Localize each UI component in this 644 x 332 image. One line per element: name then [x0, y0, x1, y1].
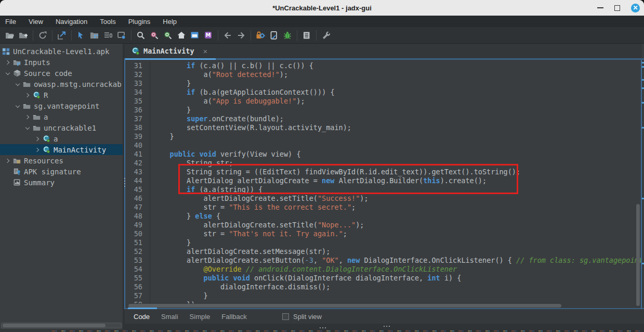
menu-help[interactable]: Help: [163, 18, 177, 25]
code-text: alertDialogCreate.setButton(-3, "OK", ne…: [150, 256, 641, 265]
split-view-toggle[interactable]: Split view: [282, 309, 322, 324]
open-file-icon[interactable]: [3, 29, 17, 42]
close-icon[interactable]: ✕: [631, 4, 640, 12]
view-tab-code[interactable]: Code: [128, 313, 155, 321]
nav-forward-icon[interactable]: [234, 29, 248, 42]
nav-back-icon[interactable]: [221, 29, 234, 42]
tab-close-icon[interactable]: ×: [203, 47, 208, 55]
code-text: a("Root detected!");: [150, 70, 288, 79]
resize-grip-icon[interactable]: [384, 326, 390, 327]
code-line-48: 48 } else {: [125, 212, 641, 221]
view-tab-smali[interactable]: Smali: [155, 313, 184, 321]
line-number: 50: [125, 229, 150, 238]
menu-navigation[interactable]: Navigation: [56, 18, 87, 25]
toolbar-separator: [297, 30, 297, 41]
line-number: 36: [125, 106, 150, 114]
resize-grip-icon[interactable]: [320, 327, 326, 328]
title-bar[interactable]: *UnCrackable-Level1 - jadx-gui ✕: [0, 0, 644, 16]
code-text: }: [150, 132, 174, 141]
tree-item-uncrackable-level1-apk[interactable]: UnCrackable-Level1.apk: [0, 46, 123, 57]
tree-item-a[interactable]: a: [0, 133, 123, 144]
menu-plugins[interactable]: Plugins: [128, 18, 151, 25]
chevron-collapsed-icon[interactable]: [23, 111, 32, 122]
deobfuscation-icon[interactable]: [254, 29, 267, 42]
editor-tab-bar: MainActivity ×: [125, 44, 644, 58]
export-icon[interactable]: [55, 29, 69, 42]
tree-item-uncrackable1[interactable]: uncrackable1: [0, 122, 123, 133]
debugger-icon[interactable]: [281, 29, 294, 42]
chevron-collapsed-icon[interactable]: [3, 57, 12, 68]
preferences-icon[interactable]: [319, 29, 333, 42]
line-number: 53: [125, 256, 150, 265]
split-view-checkbox[interactable]: [282, 313, 289, 320]
chevron-collapsed-icon[interactable]: [3, 155, 12, 166]
view-tab-simple[interactable]: Simple: [184, 313, 216, 321]
tree-item-mainactivity[interactable]: MainActivity: [0, 144, 123, 155]
line-number: 56: [125, 283, 150, 291]
splitter-grip-icon[interactable]: [124, 178, 125, 189]
line-number: 48: [125, 212, 150, 221]
chevron-expanded-icon[interactable]: [13, 100, 22, 111]
line-number: 33: [125, 79, 150, 88]
tree-item-r[interactable]: R: [0, 90, 123, 100]
view-tab-fallback[interactable]: Fallback: [216, 313, 252, 321]
go-to-main-activity-icon[interactable]: [175, 29, 188, 42]
tree-item-source-code[interactable]: Source code: [0, 68, 123, 79]
window-title: *UnCrackable-Level1 - jadx-gui: [0, 4, 644, 12]
menu-tools[interactable]: Tools: [100, 18, 115, 25]
tree-item-resources[interactable]: Resources: [0, 155, 123, 166]
scroll-marker: [642, 79, 644, 81]
line-number: 39: [125, 132, 150, 141]
tree-item-label: Summary: [24, 178, 55, 187]
reload-icon[interactable]: [36, 29, 49, 42]
line-number: 57: [125, 291, 150, 300]
code-line-34: 34 if (b.a(getApplicationContext())) {: [125, 88, 641, 97]
flat-packages-icon[interactable]: [101, 29, 115, 42]
chevron-expanded-icon[interactable]: [13, 79, 22, 90]
maximize-icon[interactable]: [614, 5, 620, 11]
mappings-icon[interactable]: M: [202, 29, 215, 42]
chevron-expanded-icon[interactable]: [23, 122, 32, 133]
menu-bar: FileViewNavigationToolsPluginsHelp: [0, 16, 644, 27]
text-search-icon[interactable]: [134, 29, 148, 42]
tab-mainactivity[interactable]: MainActivity ×: [125, 44, 213, 58]
scroll-marker-stripe[interactable]: [642, 44, 644, 309]
editor-hscrollbar-thumb[interactable]: [128, 304, 561, 308]
menu-view[interactable]: View: [29, 18, 43, 25]
adb-connect-icon[interactable]: [267, 29, 281, 42]
minimize-icon[interactable]: [597, 7, 603, 8]
tree-item-owasp-mstg-uncrackab[interactable]: owasp.mstg.uncrackab: [0, 79, 123, 90]
code-text: }: [150, 79, 191, 88]
select-class-icon[interactable]: [74, 29, 88, 42]
code-text: alertDialogCreate.setMessage(str);: [150, 247, 330, 256]
project-tree[interactable]: UnCrackable-Level1.apkInputsSource codeo…: [0, 44, 123, 332]
comment-search-icon[interactable]: [161, 29, 175, 42]
sync-with-tree-icon[interactable]: [88, 29, 101, 42]
line-number: 35: [125, 97, 150, 106]
tree-item-summary[interactable]: Summary: [0, 177, 123, 188]
editor-vscrollbar-thumb[interactable]: [636, 204, 640, 306]
chevron-expanded-icon[interactable]: [3, 68, 12, 79]
chevron-collapsed-icon[interactable]: [33, 133, 42, 144]
tree-item-label: R: [44, 91, 48, 99]
add-files-icon[interactable]: [17, 29, 30, 42]
tree-item-inputs[interactable]: Inputs: [0, 57, 123, 68]
class-search-icon[interactable]: [148, 29, 161, 42]
menu-file[interactable]: File: [5, 18, 16, 25]
dock-log-icon[interactable]: [115, 29, 128, 42]
log-viewer-icon[interactable]: [300, 29, 313, 42]
code-line-50: 50 str = "That's not it. Try again.";: [125, 229, 641, 238]
tree-item-sg-vantagepoint[interactable]: sg.vantagepoint: [0, 100, 123, 111]
tree-item-label: Source code: [24, 69, 72, 78]
code-line-47: 47 str = "This is the correct secret.";: [125, 203, 641, 212]
line-number: 43: [125, 168, 150, 176]
chevron-collapsed-icon[interactable]: [23, 90, 32, 100]
tree-hscrollbar-thumb[interactable]: [3, 324, 106, 327]
chevron-collapsed-icon[interactable]: [33, 144, 42, 155]
tree-item-apk-signature[interactable]: APK signature: [0, 166, 123, 177]
new-window-icon[interactable]: [188, 29, 202, 42]
tree-item-a[interactable]: a: [0, 111, 123, 122]
line-number: 32: [125, 70, 150, 79]
line-number: 34: [125, 88, 150, 97]
inputs-folder-icon: [12, 58, 21, 67]
